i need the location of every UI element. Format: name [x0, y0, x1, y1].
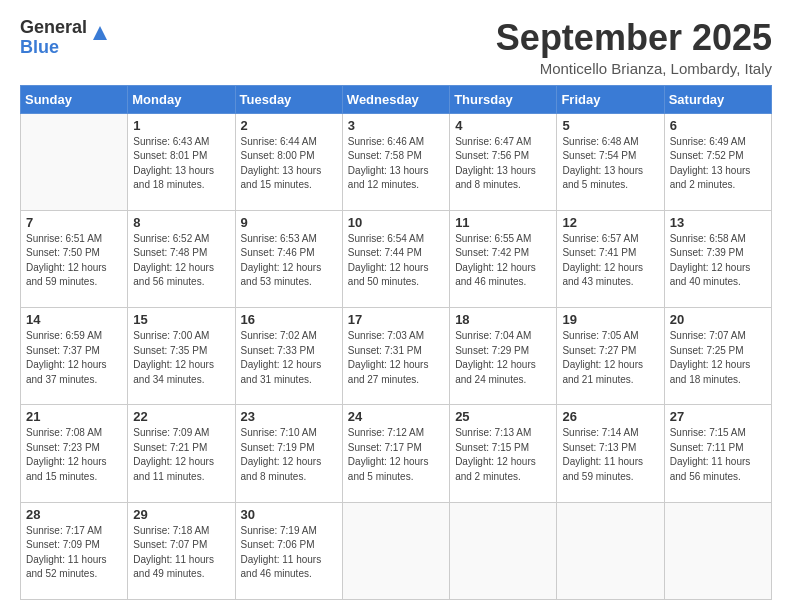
- calendar-cell: 27Sunrise: 7:15 AM Sunset: 7:11 PM Dayli…: [664, 405, 771, 502]
- day-info: Sunrise: 6:58 AM Sunset: 7:39 PM Dayligh…: [670, 232, 766, 290]
- calendar-cell: 11Sunrise: 6:55 AM Sunset: 7:42 PM Dayli…: [450, 210, 557, 307]
- day-info: Sunrise: 6:43 AM Sunset: 8:01 PM Dayligh…: [133, 135, 229, 193]
- day-info: Sunrise: 7:07 AM Sunset: 7:25 PM Dayligh…: [670, 329, 766, 387]
- calendar-cell: 17Sunrise: 7:03 AM Sunset: 7:31 PM Dayli…: [342, 308, 449, 405]
- calendar-cell: 26Sunrise: 7:14 AM Sunset: 7:13 PM Dayli…: [557, 405, 664, 502]
- calendar-cell: 4Sunrise: 6:47 AM Sunset: 7:56 PM Daylig…: [450, 113, 557, 210]
- calendar-day-header: Saturday: [664, 85, 771, 113]
- day-number: 25: [455, 409, 551, 424]
- calendar-header-row: SundayMondayTuesdayWednesdayThursdayFrid…: [21, 85, 772, 113]
- calendar-cell: [21, 113, 128, 210]
- day-number: 18: [455, 312, 551, 327]
- calendar-week-row: 1Sunrise: 6:43 AM Sunset: 8:01 PM Daylig…: [21, 113, 772, 210]
- day-info: Sunrise: 7:00 AM Sunset: 7:35 PM Dayligh…: [133, 329, 229, 387]
- day-number: 4: [455, 118, 551, 133]
- month-title: September 2025: [496, 18, 772, 58]
- calendar-cell: 3Sunrise: 6:46 AM Sunset: 7:58 PM Daylig…: [342, 113, 449, 210]
- day-number: 13: [670, 215, 766, 230]
- calendar-cell: [450, 502, 557, 599]
- calendar-day-header: Sunday: [21, 85, 128, 113]
- calendar-day-header: Friday: [557, 85, 664, 113]
- day-info: Sunrise: 7:05 AM Sunset: 7:27 PM Dayligh…: [562, 329, 658, 387]
- day-number: 1: [133, 118, 229, 133]
- day-info: Sunrise: 7:18 AM Sunset: 7:07 PM Dayligh…: [133, 524, 229, 582]
- calendar-cell: 22Sunrise: 7:09 AM Sunset: 7:21 PM Dayli…: [128, 405, 235, 502]
- calendar-cell: 19Sunrise: 7:05 AM Sunset: 7:27 PM Dayli…: [557, 308, 664, 405]
- day-number: 2: [241, 118, 337, 133]
- calendar-cell: 16Sunrise: 7:02 AM Sunset: 7:33 PM Dayli…: [235, 308, 342, 405]
- calendar-cell: 2Sunrise: 6:44 AM Sunset: 8:00 PM Daylig…: [235, 113, 342, 210]
- calendar-cell: 6Sunrise: 6:49 AM Sunset: 7:52 PM Daylig…: [664, 113, 771, 210]
- day-number: 20: [670, 312, 766, 327]
- day-info: Sunrise: 7:12 AM Sunset: 7:17 PM Dayligh…: [348, 426, 444, 484]
- calendar-cell: 20Sunrise: 7:07 AM Sunset: 7:25 PM Dayli…: [664, 308, 771, 405]
- day-number: 11: [455, 215, 551, 230]
- calendar-week-row: 7Sunrise: 6:51 AM Sunset: 7:50 PM Daylig…: [21, 210, 772, 307]
- calendar-cell: [342, 502, 449, 599]
- logo-blue: Blue: [20, 38, 87, 58]
- calendar-cell: 23Sunrise: 7:10 AM Sunset: 7:19 PM Dayli…: [235, 405, 342, 502]
- calendar-table: SundayMondayTuesdayWednesdayThursdayFrid…: [20, 85, 772, 600]
- day-info: Sunrise: 6:57 AM Sunset: 7:41 PM Dayligh…: [562, 232, 658, 290]
- day-number: 30: [241, 507, 337, 522]
- calendar-cell: [664, 502, 771, 599]
- day-info: Sunrise: 7:03 AM Sunset: 7:31 PM Dayligh…: [348, 329, 444, 387]
- calendar-cell: 13Sunrise: 6:58 AM Sunset: 7:39 PM Dayli…: [664, 210, 771, 307]
- calendar-cell: 14Sunrise: 6:59 AM Sunset: 7:37 PM Dayli…: [21, 308, 128, 405]
- day-number: 16: [241, 312, 337, 327]
- day-info: Sunrise: 7:08 AM Sunset: 7:23 PM Dayligh…: [26, 426, 122, 484]
- location-title: Monticello Brianza, Lombardy, Italy: [496, 60, 772, 77]
- day-number: 24: [348, 409, 444, 424]
- calendar-cell: 24Sunrise: 7:12 AM Sunset: 7:17 PM Dayli…: [342, 405, 449, 502]
- day-info: Sunrise: 7:13 AM Sunset: 7:15 PM Dayligh…: [455, 426, 551, 484]
- day-info: Sunrise: 6:52 AM Sunset: 7:48 PM Dayligh…: [133, 232, 229, 290]
- calendar-day-header: Monday: [128, 85, 235, 113]
- day-info: Sunrise: 6:53 AM Sunset: 7:46 PM Dayligh…: [241, 232, 337, 290]
- calendar-cell: 1Sunrise: 6:43 AM Sunset: 8:01 PM Daylig…: [128, 113, 235, 210]
- day-number: 27: [670, 409, 766, 424]
- day-number: 29: [133, 507, 229, 522]
- day-number: 17: [348, 312, 444, 327]
- day-number: 9: [241, 215, 337, 230]
- day-info: Sunrise: 7:14 AM Sunset: 7:13 PM Dayligh…: [562, 426, 658, 484]
- day-number: 28: [26, 507, 122, 522]
- calendar-cell: [557, 502, 664, 599]
- logo-icon: [89, 22, 111, 44]
- day-info: Sunrise: 7:19 AM Sunset: 7:06 PM Dayligh…: [241, 524, 337, 582]
- calendar-cell: 15Sunrise: 7:00 AM Sunset: 7:35 PM Dayli…: [128, 308, 235, 405]
- day-info: Sunrise: 7:15 AM Sunset: 7:11 PM Dayligh…: [670, 426, 766, 484]
- calendar-cell: 10Sunrise: 6:54 AM Sunset: 7:44 PM Dayli…: [342, 210, 449, 307]
- calendar-cell: 7Sunrise: 6:51 AM Sunset: 7:50 PM Daylig…: [21, 210, 128, 307]
- logo: General Blue: [20, 18, 111, 58]
- svg-marker-0: [93, 26, 107, 40]
- day-number: 19: [562, 312, 658, 327]
- day-number: 10: [348, 215, 444, 230]
- day-info: Sunrise: 7:10 AM Sunset: 7:19 PM Dayligh…: [241, 426, 337, 484]
- day-number: 5: [562, 118, 658, 133]
- day-number: 14: [26, 312, 122, 327]
- day-number: 22: [133, 409, 229, 424]
- day-number: 7: [26, 215, 122, 230]
- calendar-cell: 21Sunrise: 7:08 AM Sunset: 7:23 PM Dayli…: [21, 405, 128, 502]
- day-info: Sunrise: 6:54 AM Sunset: 7:44 PM Dayligh…: [348, 232, 444, 290]
- calendar-day-header: Thursday: [450, 85, 557, 113]
- calendar-cell: 28Sunrise: 7:17 AM Sunset: 7:09 PM Dayli…: [21, 502, 128, 599]
- calendar-week-row: 28Sunrise: 7:17 AM Sunset: 7:09 PM Dayli…: [21, 502, 772, 599]
- calendar-day-header: Wednesday: [342, 85, 449, 113]
- day-number: 21: [26, 409, 122, 424]
- calendar-cell: 29Sunrise: 7:18 AM Sunset: 7:07 PM Dayli…: [128, 502, 235, 599]
- day-info: Sunrise: 6:55 AM Sunset: 7:42 PM Dayligh…: [455, 232, 551, 290]
- day-info: Sunrise: 6:46 AM Sunset: 7:58 PM Dayligh…: [348, 135, 444, 193]
- day-info: Sunrise: 6:59 AM Sunset: 7:37 PM Dayligh…: [26, 329, 122, 387]
- calendar-cell: 9Sunrise: 6:53 AM Sunset: 7:46 PM Daylig…: [235, 210, 342, 307]
- day-info: Sunrise: 7:04 AM Sunset: 7:29 PM Dayligh…: [455, 329, 551, 387]
- day-info: Sunrise: 7:02 AM Sunset: 7:33 PM Dayligh…: [241, 329, 337, 387]
- calendar-cell: 25Sunrise: 7:13 AM Sunset: 7:15 PM Dayli…: [450, 405, 557, 502]
- day-number: 26: [562, 409, 658, 424]
- header: General Blue September 2025 Monticello B…: [20, 18, 772, 77]
- calendar-cell: 12Sunrise: 6:57 AM Sunset: 7:41 PM Dayli…: [557, 210, 664, 307]
- calendar-cell: 18Sunrise: 7:04 AM Sunset: 7:29 PM Dayli…: [450, 308, 557, 405]
- calendar-week-row: 14Sunrise: 6:59 AM Sunset: 7:37 PM Dayli…: [21, 308, 772, 405]
- day-info: Sunrise: 6:48 AM Sunset: 7:54 PM Dayligh…: [562, 135, 658, 193]
- day-number: 23: [241, 409, 337, 424]
